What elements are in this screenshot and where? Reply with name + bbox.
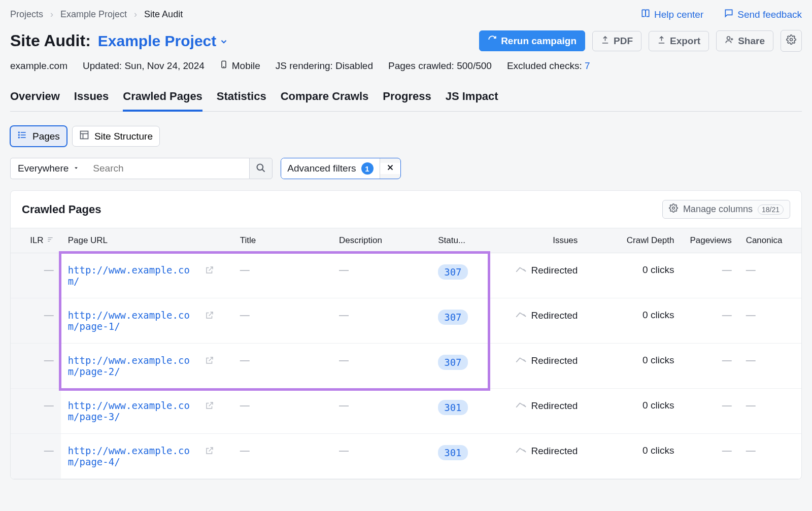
title-row: Site Audit: Example Project Rerun campai… — [10, 30, 802, 52]
search-button[interactable] — [249, 158, 273, 179]
description-value: — — [339, 400, 349, 411]
export-label: Export — [670, 36, 700, 47]
tab-compare-crawls[interactable]: Compare Crawls — [281, 87, 369, 111]
search-input[interactable] — [87, 158, 249, 179]
stat-pages-crawled: Pages crawled: 500/500 — [388, 60, 492, 72]
pageviews-value: — — [722, 445, 732, 456]
page-url-link[interactable]: http://www.example.com/page-4/ — [68, 445, 200, 467]
col-canonical[interactable]: Canonica — [739, 228, 801, 253]
table-row[interactable]: —http://www.example.com/——307Redirected0… — [11, 253, 801, 298]
col-crawl-depth[interactable]: Crawl Depth — [585, 228, 681, 253]
search-scope-label: Everywhere — [18, 163, 69, 174]
external-link-icon[interactable] — [205, 356, 214, 367]
external-link-icon[interactable] — [205, 311, 214, 322]
page-url-link[interactable]: http://www.example.com/page-3/ — [68, 400, 200, 422]
svg-point-17 — [672, 207, 675, 210]
status-badge: 307 — [438, 310, 467, 325]
table-row[interactable]: —http://www.example.com/page-3/——301Redi… — [11, 389, 801, 434]
col-ilr-label: ILR — [30, 235, 43, 246]
advanced-filters-chip: Advanced filters 1 — [281, 158, 400, 179]
clear-advanced-filters-button[interactable] — [380, 163, 400, 174]
col-description[interactable]: Description — [332, 228, 431, 253]
description-value: — — [339, 310, 349, 320]
chevron-right-icon: › — [134, 9, 137, 20]
col-pageviews[interactable]: Pageviews — [681, 228, 738, 253]
col-url[interactable]: Page URL — [61, 228, 233, 253]
tab-crawled-pages[interactable]: Crawled Pages — [123, 87, 202, 111]
crawled-pages-panel: Crawled Pages Manage columns 18/21 — [10, 190, 802, 480]
breadcrumb-projects[interactable]: Projects — [10, 9, 43, 20]
grid-icon — [79, 130, 89, 143]
project-name: Example Project — [98, 32, 216, 50]
close-icon — [386, 163, 395, 174]
advanced-filters-button[interactable]: Advanced filters 1 — [281, 158, 380, 179]
redirect-icon — [516, 310, 527, 321]
pdf-button[interactable]: PDF — [592, 31, 641, 51]
speech-bubble-icon — [724, 8, 734, 21]
title-value: — — [240, 310, 250, 320]
share-label: Share — [738, 36, 765, 47]
mobile-icon — [220, 59, 228, 73]
svg-point-1 — [790, 39, 793, 41]
canonical-value: — — [746, 400, 756, 411]
svg-point-7 — [19, 132, 20, 133]
stat-updated: Updated: Sun, Nov 24, 2024 — [83, 60, 205, 72]
description-value: — — [339, 355, 349, 365]
ilr-value: — — [44, 264, 54, 275]
tab-overview[interactable]: Overview — [10, 87, 60, 111]
help-center-link[interactable]: Help center — [640, 8, 703, 21]
page-url-link[interactable]: http://www.example.com/page-1/ — [68, 310, 200, 332]
book-icon — [640, 8, 651, 21]
issue-value: Redirected — [531, 265, 578, 276]
ilr-value: — — [44, 445, 54, 456]
share-button[interactable]: Share — [716, 30, 773, 51]
tab-statistics[interactable]: Statistics — [217, 87, 266, 111]
tab-js-impact[interactable]: JS Impact — [446, 87, 498, 111]
table-row[interactable]: —http://www.example.com/page-1/——307Redi… — [11, 298, 801, 344]
breadcrumb-project[interactable]: Example Project — [60, 9, 127, 20]
col-ilr[interactable]: ILR — [11, 228, 61, 253]
advanced-filters-count: 1 — [361, 162, 374, 175]
view-structure-label: Site Structure — [94, 131, 153, 142]
refresh-icon — [488, 35, 497, 47]
settings-button[interactable] — [781, 30, 802, 52]
send-feedback-link[interactable]: Send feedback — [724, 8, 802, 21]
view-structure-button[interactable]: Site Structure — [72, 126, 160, 147]
stat-excluded-label: Excluded checks: — [507, 60, 585, 71]
tab-progress[interactable]: Progress — [383, 87, 431, 111]
manage-columns-button[interactable]: Manage columns 18/21 — [662, 200, 790, 219]
external-link-icon[interactable] — [205, 265, 214, 277]
external-link-icon[interactable] — [205, 446, 214, 457]
view-pages-button[interactable]: Pages — [10, 126, 67, 147]
send-feedback-label: Send feedback — [737, 9, 802, 20]
tab-issues[interactable]: Issues — [74, 87, 109, 111]
issue-value: Redirected — [531, 310, 578, 321]
col-issues[interactable]: Issues — [488, 228, 585, 253]
table-row[interactable]: —http://www.example.com/page-2/——307Redi… — [11, 344, 801, 389]
project-select[interactable]: Example Project — [98, 32, 228, 50]
view-pages-label: Pages — [32, 131, 60, 142]
page-url-link[interactable]: http://www.example.com/ — [68, 264, 200, 287]
pageviews-value: — — [722, 310, 732, 320]
table-row[interactable]: —http://www.example.com/page-4/——301Redi… — [11, 434, 801, 479]
ilr-value: — — [44, 355, 54, 365]
search-scope-select[interactable]: Everywhere — [10, 158, 87, 179]
issue-value: Redirected — [531, 400, 578, 412]
col-title[interactable]: Title — [233, 228, 332, 253]
stat-excluded-count[interactable]: 7 — [585, 60, 590, 71]
crawled-pages-table: ILR Page URL Title Description Statu... — [11, 228, 801, 479]
stat-domain: example.com — [10, 60, 67, 72]
user-plus-icon — [725, 35, 734, 47]
gear-icon — [669, 203, 678, 215]
list-icon — [17, 130, 27, 143]
description-value: — — [339, 445, 349, 456]
rerun-campaign-button[interactable]: Rerun campaign — [479, 30, 585, 51]
export-button[interactable]: Export — [649, 31, 709, 51]
canonical-value: — — [746, 310, 756, 320]
external-link-icon[interactable] — [205, 401, 214, 412]
status-badge: 307 — [438, 355, 467, 370]
page-url-link[interactable]: http://www.example.com/page-2/ — [68, 355, 200, 377]
svg-line-14 — [262, 169, 265, 172]
crawl-depth-value: 0 clicks — [642, 310, 674, 320]
col-status[interactable]: Statu... — [431, 228, 488, 253]
